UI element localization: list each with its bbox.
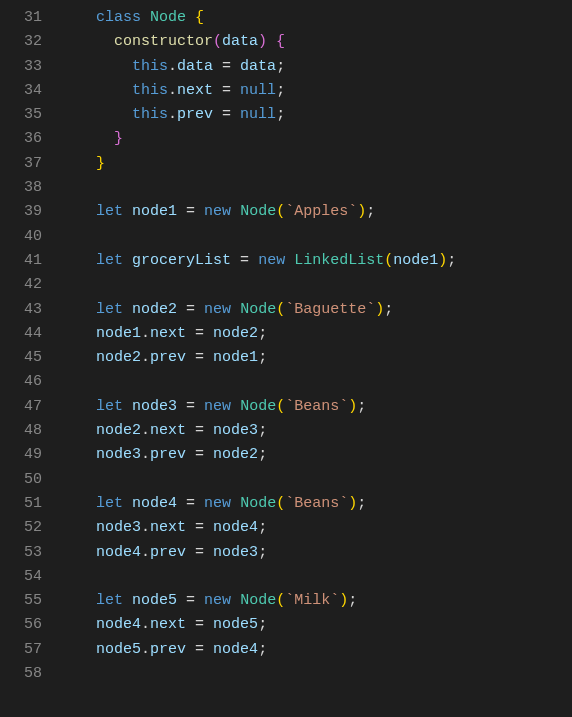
code-token: groceryList: [132, 252, 231, 269]
code-token: next: [150, 325, 186, 342]
code-line[interactable]: let node1 = new Node(`Apples`);: [60, 200, 572, 224]
code-token: ;: [258, 544, 267, 561]
code-token: next: [150, 422, 186, 439]
code-line[interactable]: [60, 370, 572, 394]
line-number: 40: [0, 225, 42, 249]
code-line[interactable]: node2.prev = node1;: [60, 346, 572, 370]
code-line[interactable]: let node4 = new Node(`Beans`);: [60, 492, 572, 516]
line-number: 31: [0, 6, 42, 30]
code-token: [186, 616, 195, 633]
code-line[interactable]: [60, 662, 572, 686]
code-token: ): [339, 592, 348, 609]
code-token: =: [195, 641, 204, 658]
code-token: [204, 422, 213, 439]
code-token: ;: [258, 325, 267, 342]
code-line[interactable]: class Node {: [60, 6, 572, 30]
code-token: node5: [132, 592, 177, 609]
code-line[interactable]: [60, 273, 572, 297]
line-number: 36: [0, 127, 42, 151]
code-line[interactable]: [60, 468, 572, 492]
code-token: .: [141, 616, 150, 633]
code-line[interactable]: [60, 176, 572, 200]
code-token: [123, 398, 132, 415]
code-line[interactable]: constructor(data) {: [60, 30, 572, 54]
code-token: =: [186, 592, 195, 609]
code-token: [195, 592, 204, 609]
code-token: let: [96, 252, 123, 269]
code-token: =: [222, 82, 231, 99]
code-token: (: [384, 252, 393, 269]
code-token: =: [186, 203, 195, 220]
code-token: .: [141, 446, 150, 463]
code-token: ;: [258, 349, 267, 366]
code-token: {: [195, 9, 204, 26]
code-token: ;: [366, 203, 375, 220]
line-number: 44: [0, 322, 42, 346]
line-number: 58: [0, 662, 42, 686]
code-line[interactable]: node3.prev = node2;: [60, 443, 572, 467]
code-token: [231, 301, 240, 318]
code-line[interactable]: let node5 = new Node(`Milk`);: [60, 589, 572, 613]
code-token: .: [168, 106, 177, 123]
code-token: .: [141, 519, 150, 536]
code-token: Node: [240, 203, 276, 220]
code-line[interactable]: this.prev = null;: [60, 103, 572, 127]
code-token: =: [186, 301, 195, 318]
code-token: [204, 544, 213, 561]
code-line[interactable]: let node2 = new Node(`Baguette`);: [60, 298, 572, 322]
code-token: .: [141, 641, 150, 658]
code-token: node3: [96, 519, 141, 536]
code-token: node4: [96, 616, 141, 633]
line-number: 48: [0, 419, 42, 443]
code-line[interactable]: [60, 565, 572, 589]
code-token: [213, 82, 222, 99]
code-token: [195, 398, 204, 415]
code-token: node3: [213, 422, 258, 439]
code-line[interactable]: node1.next = node2;: [60, 322, 572, 346]
code-line[interactable]: node4.prev = node3;: [60, 541, 572, 565]
code-line[interactable]: }: [60, 152, 572, 176]
code-line[interactable]: node4.next = node5;: [60, 613, 572, 637]
code-editor[interactable]: 3132333435363738394041424344454647484950…: [0, 0, 572, 686]
code-token: [213, 58, 222, 75]
code-token: `Apples`: [285, 203, 357, 220]
code-token: node2: [96, 349, 141, 366]
code-token: `Baguette`: [285, 301, 375, 318]
code-token: class: [96, 9, 141, 26]
code-line[interactable]: }: [60, 127, 572, 151]
code-line[interactable]: node3.next = node4;: [60, 516, 572, 540]
line-number: 54: [0, 565, 42, 589]
code-content[interactable]: class Node { constructor(data) { this.da…: [60, 6, 572, 686]
code-token: =: [195, 325, 204, 342]
code-line[interactable]: node2.next = node3;: [60, 419, 572, 443]
line-number: 47: [0, 395, 42, 419]
code-token: next: [150, 519, 186, 536]
code-token: =: [195, 446, 204, 463]
code-token: (: [276, 398, 285, 415]
code-token: [186, 9, 195, 26]
code-token: node3: [96, 446, 141, 463]
code-token: ;: [447, 252, 456, 269]
line-number: 46: [0, 370, 42, 394]
code-token: =: [240, 252, 249, 269]
code-token: [123, 592, 132, 609]
code-line[interactable]: [60, 225, 572, 249]
code-token: [231, 203, 240, 220]
code-token: [231, 495, 240, 512]
line-number: 33: [0, 55, 42, 79]
code-line[interactable]: node5.prev = node4;: [60, 638, 572, 662]
code-line[interactable]: let groceryList = new LinkedList(node1);: [60, 249, 572, 273]
code-token: [231, 252, 240, 269]
code-line[interactable]: this.next = null;: [60, 79, 572, 103]
line-number: 34: [0, 79, 42, 103]
code-token: [204, 325, 213, 342]
code-line[interactable]: let node3 = new Node(`Beans`);: [60, 395, 572, 419]
code-token: ;: [357, 495, 366, 512]
code-token: prev: [177, 106, 213, 123]
code-token: (: [276, 495, 285, 512]
code-token: [195, 301, 204, 318]
line-number: 39: [0, 200, 42, 224]
code-line[interactable]: this.data = data;: [60, 55, 572, 79]
code-token: ): [348, 398, 357, 415]
code-token: `Beans`: [285, 495, 348, 512]
